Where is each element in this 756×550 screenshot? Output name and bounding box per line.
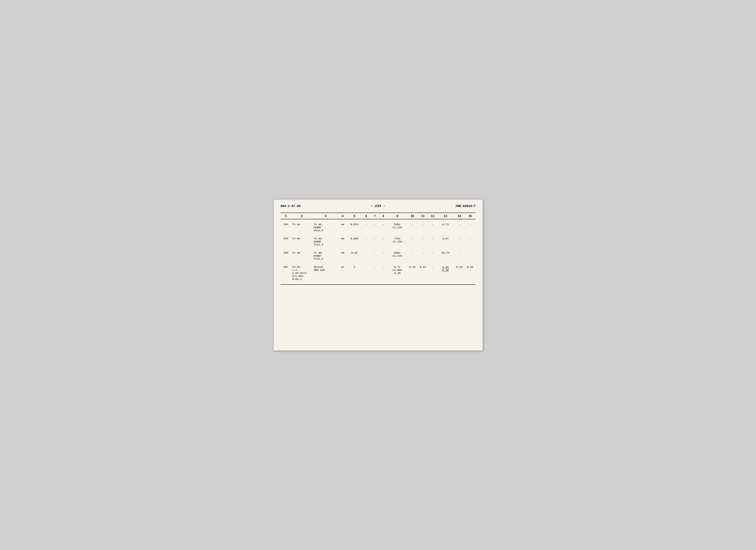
- cell-4-5: I: [347, 264, 362, 282]
- col-header-11: II: [418, 214, 428, 219]
- cell-3-6: -: [362, 250, 370, 262]
- cell-2-14: -: [454, 236, 465, 247]
- cell-4-14: 0,33: [454, 264, 465, 282]
- cell-4-13: 2,4I0,38: [437, 264, 454, 282]
- cell-1-2: То же: [291, 221, 313, 233]
- cell-1-1: I64: [281, 221, 291, 233]
- col-header-1: I: [281, 214, 291, 219]
- col-header-7: 7: [370, 214, 379, 219]
- cell-4-10: 0,33: [407, 264, 418, 282]
- cell-3-9: 960xxI,II9: [388, 250, 407, 262]
- col-header-5: 5: [347, 214, 362, 219]
- main-table: I 2 3 4 5 6 7 8 9 IO II I2 I3 I4 I5: [281, 212, 476, 282]
- col-header-10: IO: [407, 214, 418, 219]
- cell-2-7: -: [370, 236, 379, 247]
- cell-2-8: -: [379, 236, 388, 247]
- column-headers: I 2 3 4 5 6 7 8 9 IO II I2 I3 I4 I5: [281, 214, 476, 219]
- col-header-3: 3: [313, 214, 339, 219]
- cell-3-7: -: [370, 250, 379, 262]
- cell-1-6: -: [362, 221, 370, 233]
- header-center: - 233 -: [371, 204, 385, 208]
- cell-1-5: 0,0I5: [347, 221, 362, 233]
- cell-3-12: -: [428, 250, 437, 262]
- cell-3-5: 0,0I: [347, 250, 362, 262]
- col-header-13: I3: [437, 214, 454, 219]
- header-right: УНВ №9919/7: [456, 204, 476, 208]
- col-header-9: 9: [388, 214, 407, 219]
- cell-4-12: -: [428, 264, 437, 282]
- cell-1-12: -: [428, 221, 437, 233]
- cell-1-10: -: [407, 221, 418, 233]
- table-row: I65То жеТо же,АКВВГ27x2,5км0,005---7IOxx…: [281, 236, 476, 247]
- cell-4-15: 0,0I: [465, 264, 475, 282]
- cell-2-5: 0,005: [347, 236, 362, 247]
- cell-1-8: -: [379, 221, 388, 233]
- col-header-6: 6: [362, 214, 370, 219]
- cell-2-6: -: [362, 236, 370, 247]
- cell-3-15: -: [465, 250, 475, 262]
- cell-4-8: -: [379, 264, 388, 282]
- spacer-row: [281, 247, 476, 250]
- cell-2-10: -: [407, 236, 418, 247]
- cell-2-13: 3,97: [437, 236, 454, 247]
- cell-2-3: То же,АКВВГ27x2,5: [313, 236, 339, 247]
- col-header-12: I2: [428, 214, 437, 219]
- cell-1-4: км: [338, 221, 347, 233]
- col-header-2: 2: [291, 214, 313, 219]
- cell-4-1: I67: [281, 264, 291, 282]
- col-header-15: I5: [465, 214, 475, 219]
- cell-1-7: -: [370, 221, 379, 233]
- cell-4-2: I6-02ч.2п.05-0II4К=1,0828-84-I: [291, 264, 313, 282]
- cell-2-2: То же: [291, 236, 313, 247]
- cell-4-6: -: [362, 264, 370, 282]
- col-header-8: 8: [379, 214, 388, 219]
- cell-4-9: 8,7xxI,0820,38: [388, 264, 407, 282]
- cell-3-11: -: [418, 250, 428, 262]
- col-header-14: I4: [454, 214, 465, 219]
- cell-3-2: То же: [291, 250, 313, 262]
- header-left: 904-I-57.85: [281, 204, 301, 208]
- table-row: I67I6-02ч.2п.05-0II4К=1,0828-84-IЗвонок3…: [281, 264, 476, 282]
- cell-2-1: I65: [281, 236, 291, 247]
- cell-1-9: 520xxI,II9: [388, 221, 407, 233]
- cell-2-15: -: [465, 236, 475, 247]
- cell-1-11: -: [418, 221, 428, 233]
- page-header: 904-I-57.85 - 233 - УНВ №9919/7: [281, 204, 476, 208]
- cell-3-4: км: [338, 250, 347, 262]
- cell-1-13: 8,73: [437, 221, 454, 233]
- table-container: I 2 3 4 5 6 7 8 9 IO II I2 I3 I4 I5: [281, 212, 476, 285]
- cell-2-4: км: [338, 236, 347, 247]
- cell-3-3: То же,АКВВГ37x2,5: [313, 250, 339, 262]
- cell-3-8: -: [379, 250, 388, 262]
- cell-1-14: -: [454, 221, 465, 233]
- cell-1-3: То же,АКВВГI9x2,5: [313, 221, 339, 233]
- cell-4-7: -: [370, 264, 379, 282]
- cell-4-11: 0,0I: [418, 264, 428, 282]
- cell-2-11: -: [418, 236, 428, 247]
- table-row: I66То жеТо же,АКВВГ37x2,5км0,0I---960xxI…: [281, 250, 476, 262]
- spacer-row: [281, 233, 476, 236]
- document-page: 904-I-57.85 - 233 - УНВ №9919/7 I 2 3 4: [273, 199, 483, 351]
- col-header-4: 4: [338, 214, 347, 219]
- bottom-border: [281, 284, 476, 285]
- cell-2-9: 7IOxxI,II9: [388, 236, 407, 247]
- spacer-row: [281, 219, 476, 221]
- cell-1-15: -: [465, 221, 475, 233]
- spacer-row: [281, 262, 476, 264]
- cell-2-12: -: [428, 236, 437, 247]
- cell-3-14: -: [454, 250, 465, 262]
- cell-4-3: Звонок3ВИ-220: [313, 264, 339, 282]
- cell-3-13: I0,74: [437, 250, 454, 262]
- cell-3-10: -: [407, 250, 418, 262]
- cell-3-1: I66: [281, 250, 291, 262]
- table-row: I64То жеТо же,АКВВГI9x2,5км0,0I5---520xx…: [281, 221, 476, 233]
- cell-4-4: шт: [338, 264, 347, 282]
